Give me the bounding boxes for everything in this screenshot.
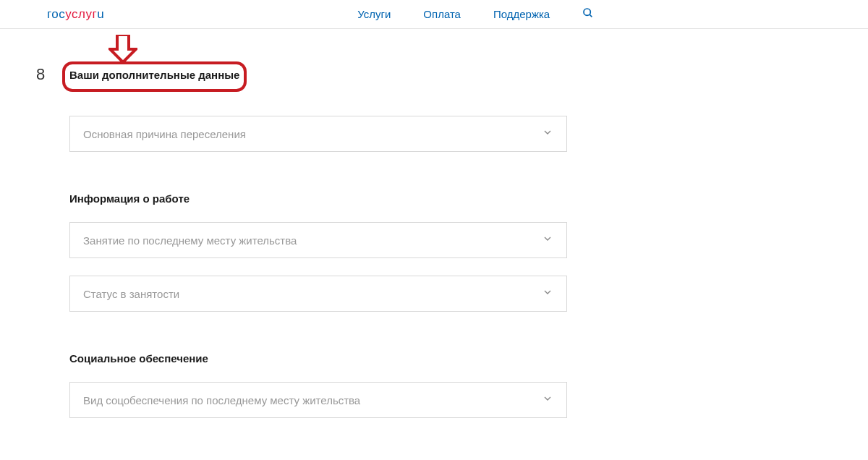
section-title: Ваши дополнительные данные [69,69,239,81]
dropdown-reason[interactable]: Основная причина переселения [69,116,567,152]
step-number: 8 [36,65,45,84]
dropdown-placeholder: Занятие по последнему месту жительства [83,234,297,247]
dropdown-employment-status[interactable]: Статус в занятости [69,276,567,312]
nav: Услуги Оплата Поддержка [357,7,594,22]
chevron-down-icon [542,127,553,141]
header: госуслугu Услуги Оплата Поддержка [0,0,868,29]
annotation-arrow [109,35,137,64]
subsection-social-security: Социальное обеспечение [69,352,567,365]
logo-part1: гос [47,7,65,21]
search-icon[interactable] [582,7,594,22]
dropdown-placeholder: Статус в занятости [83,288,179,300]
chevron-down-icon [542,286,553,301]
svg-point-0 [584,9,590,15]
svg-line-1 [590,14,592,17]
nav-services[interactable]: Услуги [357,8,391,20]
chevron-down-icon [542,393,553,407]
logo[interactable]: госуслугu [47,7,104,22]
dropdown-occupation[interactable]: Занятие по последнему месту жительства [69,222,567,258]
chevron-down-icon [542,233,553,247]
dropdown-placeholder: Вид соцобеспечения по последнему месту ж… [83,394,360,406]
nav-support[interactable]: Поддержка [493,8,550,20]
form-area: Основная причина переселения Информация … [69,116,567,418]
nav-payment[interactable]: Оплата [423,8,461,20]
subsection-work-info: Информация о работе [69,192,567,205]
dropdown-social-security[interactable]: Вид соцобеспечения по последнему месту ж… [69,382,567,418]
dropdown-placeholder: Основная причина переселения [83,128,246,140]
content: 8 Ваши дополнительные данные Основная пр… [0,29,868,418]
logo-part2: услуг [65,7,97,21]
logo-part3: u [97,7,104,21]
